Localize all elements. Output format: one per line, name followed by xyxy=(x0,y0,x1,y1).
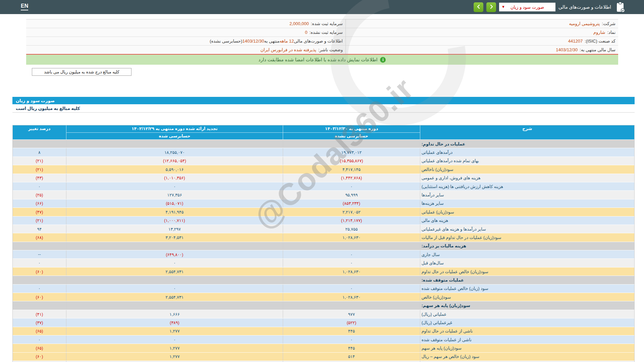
language-en-link[interactable]: EN xyxy=(21,3,28,10)
info-text-segment: (حسابرسی نشده) xyxy=(210,39,242,44)
table-header: شرح دوره منتهی به ۱۴۰۳/۱۲/۳۰ حسابرسی نشد… xyxy=(13,125,634,139)
column-header-current-period: دوره منتهی به ۱۴۰۳/۱۲/۳۰ حسابرسی نشده xyxy=(283,125,420,139)
info-value: 0 xyxy=(305,30,307,35)
company-info-row: سال مالی منتهی به: 1403/12/30وضعیت ناشر:… xyxy=(26,46,618,54)
table-row: سود(زیان) پایه هر سهم۴۴۵۱,۲۷۷(۶۵) xyxy=(13,344,634,352)
restated-period-value: ۵,۵۹۰,۰۱۶ xyxy=(66,165,283,173)
row-description: سود(زیان) خالص عملیات در حال تداوم xyxy=(420,267,634,276)
info-cell: سال مالی منتهی به: 1403/12/30 xyxy=(345,46,618,54)
nav-next-button[interactable] xyxy=(486,2,496,12)
row-description: هزینه کاهش ارزش دریافتنی ها (هزینه استثن… xyxy=(420,182,634,190)
table-row: سایر درآمدها۹۵,۹۹۹۱۲۷,۳۵۶(۲۵) xyxy=(13,190,634,199)
current-period-value: (۱,۲۱۴,۱۷۷) xyxy=(283,217,420,225)
current-period-value: ۴۴۵ xyxy=(283,327,420,335)
current-period-value: ۰ xyxy=(283,182,420,190)
row-description: سود(زیان) پایه هر سهم: xyxy=(420,301,634,309)
restated-period-value: (۱۲,۶۶۵,۰۵۴) xyxy=(66,157,283,165)
nav-previous-button[interactable] xyxy=(474,2,483,12)
row-description: غیرعملیاتی (ریال) xyxy=(420,318,634,326)
restated-period-value: (۱,۰۱۰,۳۵۶) xyxy=(66,174,283,182)
row-description: هزینه های فروش، اداری و عمومی xyxy=(420,174,634,182)
restated-period-value: (۵۱۵,۰۷۱) xyxy=(66,199,283,207)
chevron-down-icon: ▼ xyxy=(501,5,505,9)
percent-change-value: ۸ xyxy=(13,148,66,156)
table-row: سرمایه۲,۰۰۰,۰۰۰۲,۰۰۰,۰۰۰۰ xyxy=(13,361,634,362)
spacer xyxy=(12,113,635,125)
table-row: سود (زیان) خالص عملیات متوقف شده۰۰۰ xyxy=(13,284,634,293)
percent-change-value xyxy=(13,301,66,309)
info-cell: شرکت: پتروشیمی ارومیه xyxy=(345,19,618,28)
chevron-right-icon xyxy=(489,4,493,10)
info-text-segment: اطلاعات و صورت‌های مالی xyxy=(294,39,343,44)
percent-change-value: ۰ xyxy=(13,182,66,190)
restated-period-value: ۲,۵۵۴,۷۳۱ xyxy=(66,293,283,301)
restated-period-value: ۱,۲۷۷ xyxy=(66,353,283,361)
percent-change-value: (۶۰) xyxy=(13,267,66,276)
info-label: وضعیت ناشر: xyxy=(318,47,343,52)
income-statement-table: شرح دوره منتهی به ۱۴۰۳/۱۲/۳۰ حسابرسی نشد… xyxy=(12,125,635,362)
current-period-value: ۰ xyxy=(283,259,420,267)
restated-period-value: (۳۸۹) xyxy=(66,318,283,326)
row-description: هزینه های مالی xyxy=(420,217,634,225)
company-info-row: کد صنعت (ISIC): 441207اطلاعات و صورت‌های… xyxy=(26,37,618,46)
current-period-value: ۰ xyxy=(283,250,420,258)
percent-change-value: (۶۵) xyxy=(13,344,66,352)
statement-type-dropdown[interactable]: ▼ صورت سود و زیان xyxy=(499,3,555,11)
row-description: عملیاتی (ریال) xyxy=(420,310,634,318)
row-description: سود(زیان) عملیاتی xyxy=(420,208,634,216)
percent-change-value: (۳۷) xyxy=(13,318,66,326)
table-row: سال‌های قبل۰۰۰ xyxy=(13,258,634,267)
row-description: سایر هزینه‌ها xyxy=(420,199,634,207)
current-period-value: ۹۷۷ xyxy=(283,310,420,318)
current-period-value: ۵۱۴ xyxy=(283,353,420,361)
info-icon: i xyxy=(380,57,386,63)
info-label: سرمایه ثبت شده: xyxy=(311,21,343,26)
current-period-value: ۱,۰۲۸,۶۳۰ xyxy=(283,267,420,276)
info-label: نماد: xyxy=(607,30,616,35)
restated-audit-label: حسابرسی شده xyxy=(66,133,283,140)
row-description: عملیات متوقف شده: xyxy=(420,276,634,284)
current-period-value: ۰ xyxy=(283,285,420,293)
info-cell: سرمایه ثبت شده: 2,000,000 xyxy=(26,19,345,28)
row-description: ناشی از عملیات در حال تداوم xyxy=(420,327,634,335)
restated-period-value: (۶۴۹,۸۰۰) xyxy=(66,250,283,258)
current-audit-label: حسابرسی نشده xyxy=(283,133,420,140)
percent-change-value: (۶۵) xyxy=(13,327,66,335)
percent-change-value: (۶۶) xyxy=(13,199,66,207)
percent-change-value: (۲۱) xyxy=(13,165,66,173)
percent-change-value xyxy=(13,242,66,250)
info-label: کد صنعت (ISIC): xyxy=(585,39,615,44)
current-period-value: (۱۵,۳۵۵,۸۶۷) xyxy=(283,157,420,165)
restated-period-value: ۳,۲۰۴,۵۳۱ xyxy=(66,233,283,241)
current-period-value: (۱,۴۴۲,۷۶۸) xyxy=(283,174,420,182)
table-row: سود(زیان) پایه هر سهم: xyxy=(13,301,634,309)
restated-period-value xyxy=(66,276,283,284)
restated-period-value: (۱,۰۰۰,۷۱۱) xyxy=(66,217,283,225)
restated-period-value xyxy=(66,242,283,250)
restated-period-value: ۱۲۷,۳۵۶ xyxy=(66,191,283,199)
restated-period-label: تجدید ارائه شده دوره منتهی به ۱۴۰۲/۱۲/۲۹ xyxy=(66,125,283,133)
current-period-value: ۴۴۵ xyxy=(283,344,420,352)
table-row: هزینه های فروش، اداری و عمومی(۱,۴۴۲,۷۶۸)… xyxy=(13,174,634,182)
statement-title-bar: صورت سود و زیان xyxy=(12,97,635,104)
unit-note-button[interactable]: کلیه مبالغ درج شده به میلیون ریال می باش… xyxy=(32,68,131,76)
percent-change-value: (۲۱) xyxy=(13,217,66,225)
row-description: سال جاری xyxy=(420,250,634,258)
percent-change-value: (۴۳) xyxy=(13,174,66,182)
info-text-segment: 1403/12/30 xyxy=(242,39,264,44)
table-row: ناشی از عملیات در حال تداوم۴۴۵۱,۲۷۷(۶۵) xyxy=(13,327,634,335)
topbar-right-group: ▼ صورت سود و زیان اطلاعات و صورت‌های مال… xyxy=(474,0,626,14)
current-period-value: ۲,۲۱۷,۰۵۲ xyxy=(283,208,420,216)
restated-period-value: ۰ xyxy=(66,336,283,344)
restated-period-value: ۲,۵۵۴,۷۳۱ xyxy=(66,267,283,276)
table-row: هزینه مالیات بر درآمد: xyxy=(13,242,634,250)
current-period-value xyxy=(283,242,420,250)
company-info-row: شرکت: پتروشیمی ارومیهسرمایه ثبت شده: 2,0… xyxy=(26,19,618,28)
row-description: درآمدهای عملیاتی xyxy=(420,148,634,156)
restated-period-value: ۴,۱۹۱,۹۴۵ xyxy=(66,208,283,216)
row-description: ناشی از عملیات متوقف شده xyxy=(420,336,634,344)
info-cell: اطلاعات و صورت‌های مالی 12 ماهه منتهی به… xyxy=(26,37,345,45)
row-description: سود(زیان) عملیات در حال تداوم قبل از مال… xyxy=(420,233,634,241)
percent-change-value: ۰ xyxy=(13,285,66,293)
row-description: سایر درآمدها و هزینه های غیرعملیاتی xyxy=(420,225,634,233)
